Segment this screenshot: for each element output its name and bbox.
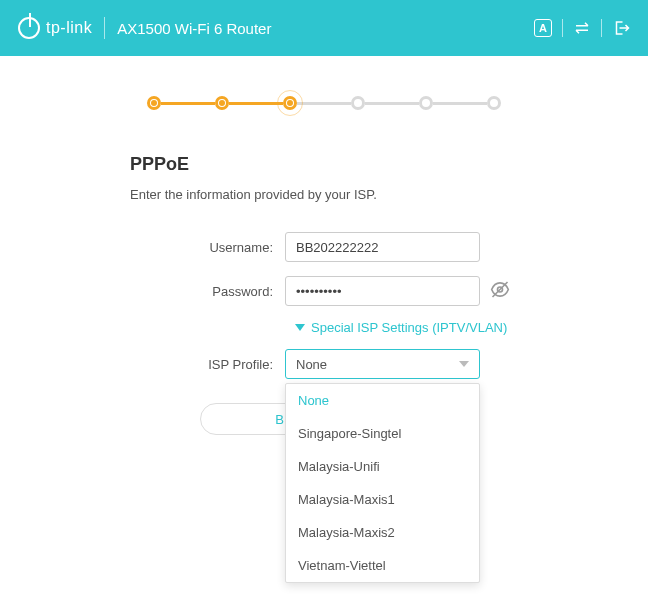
header-actions: A: [534, 19, 630, 37]
language-button[interactable]: A: [534, 19, 552, 37]
sync-button[interactable]: [573, 19, 591, 37]
step-line-3: [297, 102, 351, 105]
pppoe-form: Username: Password: Special ISP Settings…: [60, 232, 588, 435]
isp-profile-dropdown: None Singapore-Singtel Malaysia-Unifi Ma…: [285, 383, 480, 583]
special-isp-label: Special ISP Settings (IPTV/VLAN): [311, 320, 507, 335]
toggle-password-icon[interactable]: [490, 280, 510, 303]
isp-option-viettel[interactable]: Vietnam-Viettel: [286, 549, 479, 582]
username-input[interactable]: [285, 232, 480, 262]
step-line-1: [161, 102, 215, 105]
step-line-4: [365, 102, 419, 105]
step-6[interactable]: [487, 96, 501, 110]
page-subtitle: Enter the information provided by your I…: [60, 187, 588, 202]
step-5[interactable]: [419, 96, 433, 110]
setup-stepper: [60, 96, 588, 110]
logo-icon: [18, 17, 40, 39]
isp-profile-label: ISP Profile:: [130, 357, 285, 372]
isp-option-none[interactable]: None: [286, 384, 479, 417]
isp-option-maxis2[interactable]: Malaysia-Maxis2: [286, 516, 479, 549]
isp-option-maxis1[interactable]: Malaysia-Maxis1: [286, 483, 479, 516]
isp-profile-value: None: [296, 357, 327, 372]
step-1[interactable]: [147, 96, 161, 110]
main-content: PPPoE Enter the information provided by …: [0, 56, 648, 435]
isp-option-singtel[interactable]: Singapore-Singtel: [286, 417, 479, 450]
password-input[interactable]: [285, 276, 480, 306]
step-4[interactable]: [351, 96, 365, 110]
step-3[interactable]: [283, 96, 297, 110]
header-sep: [562, 19, 563, 37]
step-2[interactable]: [215, 96, 229, 110]
isp-profile-select[interactable]: None: [285, 349, 480, 379]
password-row: Password:: [130, 276, 588, 306]
username-row: Username:: [130, 232, 588, 262]
isp-profile-row: ISP Profile: None None Singapore-Singtel…: [130, 349, 588, 379]
header-sep-2: [601, 19, 602, 37]
chevron-down-icon: [295, 324, 305, 331]
page-title: PPPoE: [60, 154, 588, 175]
product-title: AX1500 Wi-Fi 6 Router: [117, 20, 271, 37]
step-line-5: [433, 102, 487, 105]
isp-option-unifi[interactable]: Malaysia-Unifi: [286, 450, 479, 483]
special-isp-toggle[interactable]: Special ISP Settings (IPTV/VLAN): [295, 320, 588, 335]
brand-logo: tp-link: [18, 17, 92, 39]
chevron-down-icon: [459, 361, 469, 367]
step-line-2: [229, 102, 283, 105]
app-header: tp-link AX1500 Wi-Fi 6 Router A: [0, 0, 648, 56]
password-label: Password:: [130, 284, 285, 299]
username-label: Username:: [130, 240, 285, 255]
header-divider: [104, 17, 105, 39]
brand-text: tp-link: [46, 19, 92, 37]
logout-button[interactable]: [612, 19, 630, 37]
